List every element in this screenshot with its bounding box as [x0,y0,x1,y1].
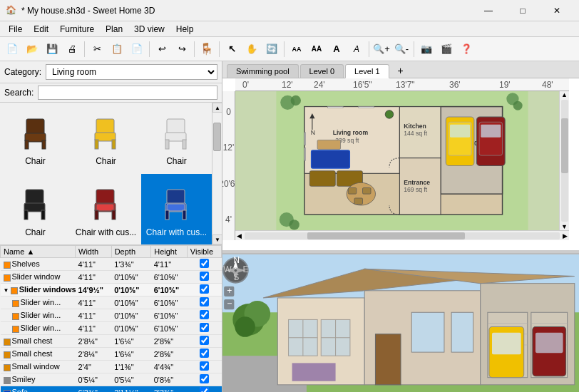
toolbar-text-size-2[interactable]: AA [307,40,326,58]
menu-help[interactable]: Help [170,21,200,37]
furniture-item-chair5[interactable]: Chair with cus... [71,174,141,245]
furniture-item-chair3[interactable]: Chair [141,103,212,174]
col-depth[interactable]: Depth [111,246,151,258]
toolbar-zoom-out[interactable]: 🔍- [392,40,411,58]
table-row[interactable]: ▼ Slider windows14'9½"0'10⅝"6'10⅝" [1,284,222,296]
toolbar-text-size-1[interactable]: AA [287,40,306,58]
tab-level0[interactable]: Level 0 [300,64,344,78]
toolbar-undo[interactable]: ↩ [153,40,171,58]
cell-visible[interactable] [187,361,221,373]
visible-checkbox[interactable] [200,284,209,294]
visible-checkbox[interactable] [200,272,209,281]
toolbar-save[interactable]: 💾 [43,40,61,58]
toolbar-snapshot[interactable]: 📷 [417,40,436,58]
toolbar-text-a[interactable]: A [327,40,346,58]
table-row[interactable]: Slider win...4'11"0'10⅝"6'10⅝" [1,296,222,309]
cell-visible[interactable] [187,258,221,271]
search-input[interactable] [38,86,217,100]
view-3d[interactable]: N S W E + − [222,253,579,392]
toolbar-open[interactable]: 📂 [23,40,41,58]
cell-visible[interactable] [187,309,221,322]
toolbar-help[interactable]: ❓ [457,40,476,58]
toolbar-cut[interactable]: ✂ [88,40,106,58]
category-row: Category: Living room Bedroom Kitchen Ba… [0,61,222,83]
vscroll-bar[interactable]: ▲ ▼ [559,91,569,230]
cell-depth: 0'10⅝" [111,271,151,284]
floor-plan[interactable]: Living room 339 sq ft Kitchen 144 sq ft … [235,91,569,240]
vscroll-thumb[interactable] [561,118,568,173]
col-visible[interactable]: Visible [187,246,221,258]
cell-visible[interactable] [187,322,221,335]
menu-3dview[interactable]: 3D view [128,21,170,37]
table-row[interactable]: Shelves4'11"1'3¾"4'11" [1,258,222,271]
visible-checkbox[interactable] [200,323,209,332]
toolbar-redo[interactable]: ↪ [173,40,191,58]
hscroll-thumb[interactable] [307,232,465,239]
tab-level1[interactable]: Level 1 [345,64,389,78]
toolbar-add-furniture[interactable]: 🪑 [198,40,216,58]
visible-checkbox[interactable] [200,259,209,268]
table-row[interactable]: Small chest2'8¼"1'6¼"2'8⅝" [1,348,222,361]
visible-checkbox[interactable] [200,349,209,358]
view-2d[interactable]: 0' 12' 24' 16'5" 13'7" 36' 19' 48' 0 12'… [222,78,579,250]
visible-checkbox[interactable] [200,297,209,306]
toolbar-print[interactable]: 🖨 [63,40,81,58]
cell-visible[interactable] [187,386,221,393]
table-row[interactable]: Slider win...4'11"0'10⅝"6'10⅝" [1,322,222,335]
hscroll-right[interactable]: ▶ [561,232,569,239]
col-name[interactable]: Name ▲ [1,246,76,258]
menu-plan[interactable]: Plan [100,21,128,37]
menu-file[interactable]: File [3,21,28,37]
table-row[interactable]: Slider window4'11"0'10⅝"6'10⅝" [1,271,222,284]
toolbar-copy[interactable]: 📋 [108,40,126,58]
visible-checkbox[interactable] [200,374,209,383]
scrollbar-up-arrow[interactable]: ▲ [212,103,222,113]
vscroll-down[interactable]: ▼ [561,223,568,230]
toolbar-paste[interactable]: 📄 [128,40,146,58]
toolbar-rotate-view[interactable]: 🔄 [262,40,281,58]
toolbar-video[interactable]: 🎬 [437,40,456,58]
close-button[interactable]: ✕ [540,0,573,21]
cell-visible[interactable] [187,373,221,386]
toolbar-text-italic[interactable]: A [347,40,366,58]
toolbar-new[interactable]: 📄 [3,40,21,58]
table-row[interactable]: Sofa6'3¾"2'11½"3'3⅜" [1,386,222,393]
menu-furniture[interactable]: Furniture [54,21,100,37]
maximize-button[interactable]: □ [506,0,539,21]
scrollbar-thumb[interactable] [213,123,221,151]
hscroll-left[interactable]: ◀ [235,232,243,239]
toolbar-select[interactable]: ↖ [222,40,241,58]
toolbar-zoom-in[interactable]: 🔍+ [372,40,391,58]
table-row[interactable]: Small chest2'8¼"1'6¼"2'8⅝" [1,335,222,348]
visible-checkbox[interactable] [200,310,209,319]
cell-visible[interactable] [187,335,221,348]
cell-visible[interactable] [187,296,221,309]
table-row[interactable]: Slider win...4'11"0'10⅝"6'10⅝" [1,309,222,322]
scrollbar-down-arrow[interactable]: ▼ [212,234,222,244]
furniture-grid-scrollbar[interactable]: ▲ ▼ [212,103,222,244]
cell-visible[interactable] [187,284,221,296]
hscroll-bar[interactable]: ◀ ▶ [235,230,569,240]
furniture-item-chair6[interactable]: Chair with cus... [141,174,212,245]
category-select[interactable]: Living room Bedroom Kitchen Bathroom Off… [46,64,217,80]
furniture-item-chair1[interactable]: Chair [0,103,71,174]
svg-rect-3 [42,140,46,149]
col-width[interactable]: Width [76,246,112,258]
svg-rect-65 [328,107,344,108]
col-height[interactable]: Height [151,246,188,258]
visible-checkbox[interactable] [200,336,209,345]
cell-visible[interactable] [187,348,221,361]
visible-checkbox[interactable] [200,361,209,371]
minimize-button[interactable]: — [472,0,505,21]
cell-visible[interactable] [187,271,221,284]
furniture-item-chair2[interactable]: Chair [71,103,141,174]
tab-add-button[interactable]: + [394,63,408,78]
visible-checkbox[interactable] [200,387,209,392]
furniture-item-chair4[interactable]: Chair [0,174,71,245]
vscroll-up[interactable]: ▲ [561,91,568,98]
table-row[interactable]: Smiley0'5¼"0'5¼"0'8⅛" [1,373,222,386]
table-row[interactable]: Small window2'4"1'1⅜"4'4¾" [1,361,222,373]
tab-swimming-pool[interactable]: Swimming pool [227,64,299,78]
menu-edit[interactable]: Edit [28,21,54,37]
toolbar-pan[interactable]: ✋ [242,40,261,58]
